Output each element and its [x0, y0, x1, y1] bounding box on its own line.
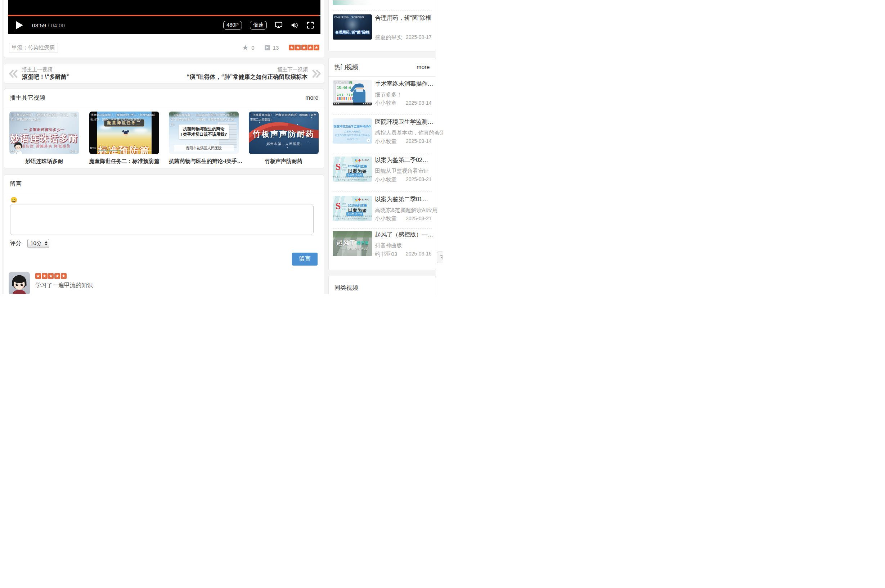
hot-video-title[interactable]: 起风了（感控版）—…	[375, 231, 432, 238]
video-tag[interactable]: 甲流；传染性疾病	[9, 43, 58, 53]
thumb-time-end: 01:28	[70, 150, 78, 153]
star-icon: ★	[289, 45, 294, 50]
hot-video-date: 2025-03-14	[406, 138, 432, 144]
other-video-thumbnail-3[interactable]: 三等奖获奖视频：《抗菌药物与医生的辩论-I类手术切口该不该用我？》韩健梅（贵阳市…	[169, 111, 239, 154]
prev-video-label: 播主上一视频	[22, 67, 69, 73]
hot-videos-title: 热门视频	[335, 63, 358, 71]
video-rating-stars[interactable]: ★★★★★	[289, 45, 319, 50]
next-arrow-icon	[311, 69, 321, 78]
hot-video-meta: 小小牧童 2025-03-14	[375, 138, 432, 145]
thumb-tagline: 一 多重耐药菌知多少一	[9, 128, 79, 132]
hot-video-author[interactable]: 约书亚03	[375, 251, 398, 257]
other-video-caption[interactable]: 抗菌药物与医生的辩论-I类手…	[169, 157, 239, 165]
other-videos-more-link[interactable]: more	[305, 94, 318, 101]
sific-logo: SIFIC	[354, 198, 370, 201]
select-arrows-icon	[43, 241, 49, 246]
volume-button[interactable]	[290, 21, 299, 29]
star-icon: ★	[314, 45, 319, 50]
other-video-thumbnail-2[interactable]: 魔童降世任务二 优秀奖获奖视频：《魔童降世任务二：标准预防篇》时培英、陈峥、李李…	[89, 111, 159, 154]
thumb-line3: 2021年7月	[333, 138, 372, 141]
star-icon: ★	[54, 273, 60, 279]
star-icon: ★	[308, 45, 313, 50]
submit-comment-button[interactable]: 留言	[292, 253, 317, 266]
quality-button[interactable]: 480P	[223, 21, 242, 30]
video-display-area[interactable]	[8, 0, 320, 15]
fullscreen-button[interactable]	[307, 21, 314, 29]
thumb-corner-text: 22-合理用药，斩“菌”除根	[334, 15, 364, 19]
other-videos-title: 播主其它视频	[10, 94, 45, 102]
other-videos-list: 三等奖获奖视频：《妙语连珠话多耐》周峻云、李亚晗（东部战区空军医院) 一 多重耐…	[9, 111, 319, 165]
hot-thumbnail-3[interactable]: S 感控Share计划 SIFIC 2025系列直播 以案为鉴 第二季 第二期 …	[333, 156, 372, 182]
other-video-item[interactable]: 三等奖获奖视频：《竹板声声防耐药》周丽娜（郑州市第二人民医院） 竹板声声防耐药 …	[249, 111, 319, 165]
hot-video-title[interactable]: 以案为鉴第二季01…	[375, 195, 432, 203]
play-button[interactable]	[15, 21, 23, 30]
other-video-caption[interactable]: 魔童降世任务二：标准预防篇	[89, 157, 159, 165]
speed-button[interactable]: 倍速	[250, 21, 267, 30]
other-video-caption[interactable]: 妙语连珠话多耐	[9, 157, 79, 165]
hot-thumbnail-1[interactable]: 15:46:0 193 759 手术室终末消毒	[333, 80, 372, 105]
hot-video-title[interactable]: 手术室终末消毒操作…	[375, 80, 432, 87]
hot-video-meta: 小小牧童 2025-03-21	[375, 176, 432, 183]
hot-video-author[interactable]: 小小牧童	[375, 138, 397, 144]
other-video-item[interactable]: 三等奖获奖视频：《妙语连珠话多耐》周峻云、李亚晗（东部战区空军医院) 一 多重耐…	[9, 111, 79, 165]
hot-video-author[interactable]: 小小牧童	[375, 215, 397, 221]
page-root: 03:59 / 04:00 480P 倍速	[0, 0, 443, 294]
video-player[interactable]: 03:59 / 04:00 480P 倍速	[8, 0, 320, 34]
comment-input[interactable]	[10, 204, 314, 235]
other-video-caption[interactable]: 竹板声声防耐药	[249, 157, 319, 165]
star-icon: ★	[295, 45, 301, 50]
digital-numbers: 193 759	[337, 93, 353, 96]
hot-video-meta: 小小牧童 2025-03-21	[375, 215, 432, 222]
sidebar-video-meta: 盛夏的果实 2025-08-17	[375, 34, 432, 41]
prev-video-title[interactable]: 滚蛋吧！\"多耐菌”	[22, 74, 69, 81]
hot-thumbnail-5[interactable]: 起风了 感控版 ——CRBSI零容忍	[333, 231, 372, 256]
sific-logo-text: SIFIC	[362, 198, 370, 201]
favorite-count: 0	[251, 45, 254, 51]
back-to-top-button[interactable]	[437, 252, 443, 263]
rating-select[interactable]: 10分	[27, 239, 49, 248]
rating-row: 评分 10分	[10, 239, 49, 248]
favorite-star-icon[interactable]: ★	[242, 44, 248, 51]
views-count: 13	[273, 45, 279, 51]
airplay-button[interactable]	[275, 21, 282, 29]
emoji-picker-button[interactable]: 😀	[11, 197, 17, 203]
sidebar-video-author[interactable]: 盛夏的果实	[375, 34, 402, 40]
other-video-thumbnail-4[interactable]: 三等奖获奖视频：《竹板声声防耐药》周丽娜（郑州市第二人民医院） 竹板声声防耐药 …	[249, 111, 319, 154]
thumb-main-title: 合理用药, 斩“菌”除根	[333, 30, 372, 35]
cutoff-thumbnail	[333, 0, 372, 5]
avatar-boy-illustration	[9, 272, 30, 294]
fullscreen-icon	[307, 21, 314, 29]
hot-thumbnail-4[interactable]: S 感控Share计划 SIFIC 2025系列直播 以案为鉴 第二季 第一期 …	[333, 196, 372, 221]
prev-video-link[interactable]: 播主上一视频 滚蛋吧！\"多耐菌”	[9, 67, 73, 81]
dashed-separator	[333, 228, 432, 228]
other-video-item[interactable]: 魔童降世任务二 优秀奖获奖视频：《魔童降世任务二：标准预防篇》时培英、陈峥、李李…	[89, 111, 159, 165]
volume-icon	[290, 21, 299, 29]
hot-thumbnail-2[interactable]: 医院环境卫生学监测采样操作 启东市人民医院 启东市医院感染管理质量控制中心 20…	[333, 118, 372, 144]
next-video-title[interactable]: “痰”吐得体，“肺”常健康之如何正确留取痰标本	[187, 74, 308, 81]
hot-video-title[interactable]: 以案为鉴第二季02…	[375, 156, 432, 164]
hot-video-author[interactable]: 小小牧童	[375, 100, 397, 106]
cartoon-character	[123, 131, 128, 136]
video-stats: ★ 0 ▶ 13 ★★★★★	[242, 42, 319, 52]
next-video-link[interactable]: 播主下一视频 “痰”吐得体，“肺”常健康之如何正确留取痰标本	[183, 67, 321, 81]
hot-video-date: 2025-03-16	[406, 251, 432, 256]
thumb-overlay-text: 三等奖获奖视频：《竹板声声防耐药》周丽娜（郑州市第二人民医院）	[249, 111, 319, 123]
hot-video-date: 2025-03-14	[406, 100, 432, 106]
nurse-mask	[356, 89, 363, 92]
hot-video-author[interactable]: 小小牧童	[375, 176, 397, 183]
thumb-main-title: 标准预防篇	[89, 144, 159, 154]
sific-words: 感控Share计划	[342, 164, 347, 171]
other-video-item[interactable]: 三等奖获奖视频：《抗菌药物与医生的辩论-I类手术切口该不该用我？》韩健梅（贵阳市…	[169, 111, 239, 165]
other-video-thumbnail-1[interactable]: 三等奖获奖视频：《妙语连珠话多耐》周峻云、李亚晗（东部战区空军医院) 一 多重耐…	[9, 111, 79, 154]
hot-video-title[interactable]: 医院环境卫生学监测…	[375, 118, 432, 126]
comment-text: 学习了一遍甲流的知识	[35, 282, 318, 290]
dashed-separator	[333, 154, 432, 154]
similar-videos-title: 同类视频	[335, 284, 358, 292]
sidebar-video-date: 2025-08-17	[406, 34, 432, 40]
sidebar-thumbnail-medication[interactable]: 22-合理用药，斩“菌”除根 合理用药, 斩“菌”除根	[333, 14, 372, 40]
sidebar-video-title[interactable]: 合理用药，斩“菌”除根	[375, 14, 432, 22]
comment-rating-stars: ★★★★★	[35, 273, 318, 279]
dashed-separator	[333, 191, 432, 192]
hot-videos-more-link[interactable]: more	[416, 64, 430, 70]
airplay-icon	[275, 21, 282, 29]
